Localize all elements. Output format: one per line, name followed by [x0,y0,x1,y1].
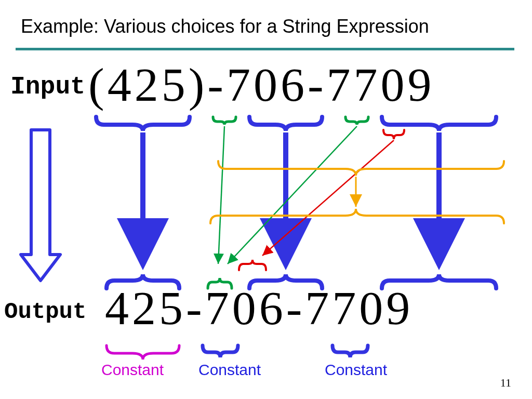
page-number: 11 [500,376,511,390]
constant-label-blue-2: Constant [325,361,387,379]
title-underline [16,48,514,50]
constant-label-blue-1: Constant [198,361,261,379]
svg-line-4 [228,126,357,264]
svg-line-5 [262,140,394,256]
output-label: Output [4,299,86,325]
big-hollow-arrow [21,130,60,281]
output-string: 425-706-7709 [105,281,413,336]
constant-label-magenta: Constant [101,361,164,379]
svg-line-3 [218,126,224,264]
slide-title: Example: Various choices for a String Ex… [21,16,511,37]
input-string: (425)-706-7709 [88,57,435,112]
input-label: Input [10,73,85,101]
